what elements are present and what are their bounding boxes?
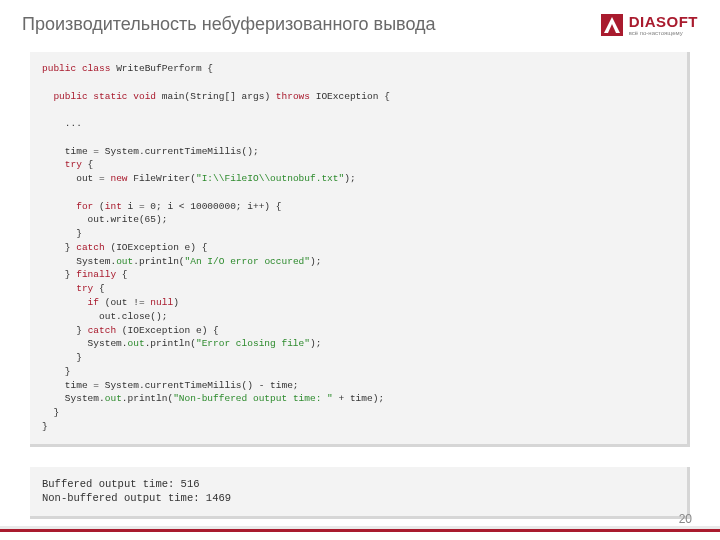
slide-title: Производительность небуферизованного выв… (22, 14, 436, 35)
output-line: Buffered output time: 516 (42, 478, 200, 490)
logo-tagline: всё по-настоящему (629, 30, 698, 36)
logo-mark-icon (601, 14, 623, 36)
output-line: Non-buffered output time: 1469 (42, 492, 231, 504)
page-number: 20 (679, 512, 692, 526)
logo-name: DIASOFT (629, 14, 698, 29)
output-block: Buffered output time: 516 Non-buffered o… (30, 467, 690, 519)
code-block: public class WriteBufPerform { public st… (30, 52, 690, 447)
footer-bar (0, 529, 720, 532)
logo-text: DIASOFT всё по-настоящему (629, 14, 698, 36)
brand-logo: DIASOFT всё по-настоящему (601, 14, 698, 36)
slide-header: Производительность небуферизованного выв… (0, 0, 720, 36)
